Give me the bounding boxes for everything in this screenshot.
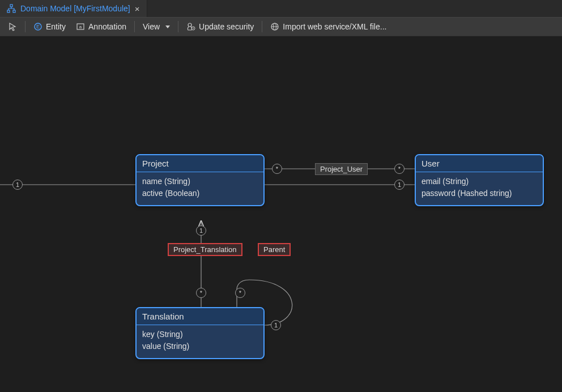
pointer-icon [8,22,17,31]
multiplicity-many: * [272,164,282,174]
view-menu[interactable]: View [138,20,174,33]
multiplicity-one: 1 [271,320,281,330]
chevron-down-icon [165,25,170,28]
globe-icon [270,22,279,31]
svg-text:a: a [79,24,82,29]
entity-attributes: email (String) password (Hashed string) [416,172,543,205]
association-label-parent[interactable]: Parent [258,243,291,256]
entity-title: Translation [137,308,263,325]
entity-title: User [416,155,543,172]
svg-point-7 [188,23,191,27]
multiplicity-one: 1 [12,180,23,190]
entity-user[interactable]: User email (String) password (Hashed str… [415,154,544,206]
annotation-icon: a [76,22,85,31]
entity-attributes: name (String) active (Boolean) [137,172,263,205]
security-icon [186,22,195,31]
association-label-project-user[interactable]: Project_User [315,163,368,175]
attribute: email (String) [422,176,537,188]
tab-domain-model[interactable]: Domain Model [MyFirstModule] × [0,0,147,17]
multiplicity-many: * [196,288,206,298]
close-icon[interactable]: × [135,5,140,13]
domain-model-icon [7,4,16,13]
multiplicity-many: * [394,164,405,174]
separator [178,21,178,32]
separator [134,21,135,32]
multiplicity-one: 1 [394,180,405,190]
separator [25,21,25,32]
entity-tool-label: Entity [46,22,66,31]
annotation-tool[interactable]: a Annotation [71,20,131,33]
update-security-label: Update security [199,22,254,31]
attribute: name (String) [142,176,258,188]
toolbar: E Entity a Annotation View Update securi… [0,17,562,36]
attribute: value (String) [142,340,258,352]
multiplicity-one: 1 [196,225,206,236]
entity-translation[interactable]: Translation key (String) value (String) [135,307,265,359]
view-menu-label: View [143,22,160,31]
svg-rect-0 [10,5,12,7]
attribute: password (Hashed string) [422,188,537,199]
entity-icon: E [33,22,42,31]
attribute: active (Boolean) [142,188,258,199]
attribute: key (String) [142,329,258,340]
separator [262,21,262,32]
annotation-tool-label: Annotation [88,22,126,31]
update-security-button[interactable]: Update security [182,20,258,33]
tab-title: Domain Model [MyFirstModule] [20,4,130,13]
entity-attributes: key (String) value (String) [137,325,263,358]
diagram-canvas[interactable]: 1 * * 1 1 * * 1 Project_User Project_Tra… [0,36,562,392]
connections-overlay [0,36,562,392]
pointer-tool[interactable] [3,20,22,33]
entity-title: Project [137,155,263,172]
import-label: Import web service/XML file... [283,22,386,31]
entity-tool[interactable]: E Entity [29,20,70,33]
multiplicity-many: * [235,288,245,298]
import-button[interactable]: Import web service/XML file... [266,20,391,33]
entity-project[interactable]: Project name (String) active (Boolean) [135,154,265,206]
svg-rect-1 [7,10,10,12]
tab-bar: Domain Model [MyFirstModule] × [0,0,562,17]
association-label-project-translation[interactable]: Project_Translation [168,243,242,256]
svg-text:E: E [36,24,40,29]
svg-rect-2 [13,10,15,12]
